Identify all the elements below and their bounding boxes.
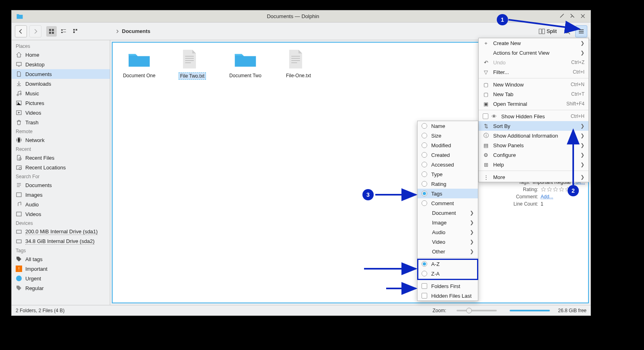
annotation-badge-3: 3 (362, 189, 374, 200)
sidebar-tag-regular[interactable]: Regular (12, 283, 110, 293)
sort-audio[interactable]: Audio❯ (418, 227, 478, 237)
sort-size[interactable]: Size (418, 131, 478, 140)
radio-icon (422, 133, 427, 138)
close-icon[interactable] (580, 13, 586, 20)
sidebar-item-downloads[interactable]: Downloads (12, 79, 110, 89)
radio-icon (422, 181, 427, 187)
search-images-icon (16, 191, 22, 198)
details-view-button[interactable] (70, 26, 81, 37)
radio-icon (422, 142, 427, 148)
panels-icon: ▤ (483, 142, 489, 148)
sort-image[interactable]: Image❯ (418, 218, 478, 227)
breadcrumb[interactable]: Documents (115, 28, 150, 34)
sidebar-item-documents[interactable]: Documents (12, 69, 110, 79)
sidebar-tag-important[interactable]: !Important (12, 264, 110, 274)
sidebar-item-recent-files[interactable]: Recent Files (12, 153, 110, 163)
menu-more[interactable]: ⋮More❯ (479, 172, 588, 182)
file-item[interactable]: Document Two (227, 49, 264, 79)
svg-rect-24 (16, 193, 21, 197)
recent-locations-icon (16, 164, 22, 171)
sidebar-item-recent-locations[interactable]: Recent Locations (12, 163, 110, 172)
sidebar-item-trash[interactable]: Trash (12, 117, 110, 127)
file-item[interactable]: Document One (121, 49, 158, 79)
sort-created[interactable]: Created (418, 150, 478, 160)
menu-open-terminal[interactable]: ▣Open TerminalShift+F4 (479, 99, 588, 109)
sort-document[interactable]: Document❯ (418, 208, 478, 218)
sort-folders-first[interactable]: Folders First (418, 281, 478, 291)
sidebar-item-pictures[interactable]: Pictures (12, 98, 110, 108)
sort-name[interactable]: Name (418, 121, 478, 131)
menu-actions-view[interactable]: Actions for Current View❯ (479, 48, 588, 58)
sidebar-tag-all[interactable]: All tags (12, 254, 110, 264)
file-item[interactable]: File Two.txt (174, 49, 211, 80)
svg-rect-25 (16, 212, 21, 216)
zoom-slider[interactable] (457, 310, 497, 311)
places-sidebar: Places Home Desktop Documents Downloads … (12, 40, 110, 305)
sidebar-device-sda1[interactable]: 200.0 MiB Internal Drive (sda1) (12, 227, 110, 237)
search-audio-icon (16, 201, 22, 208)
sort-other[interactable]: Other❯ (418, 247, 478, 256)
radio-icon (422, 162, 427, 167)
forward-button[interactable] (29, 25, 41, 37)
window-icon: ▢ (483, 81, 489, 88)
sidebar-item-videos[interactable]: Videos (12, 108, 110, 117)
svg-rect-5 (63, 29, 66, 30)
hamburger-menu: +Create New❯ Actions for Current View❯ ↶… (478, 38, 589, 182)
menu-new-tab[interactable]: ▢New TabCtrl+T (479, 89, 588, 99)
menu-new-window[interactable]: ▢New WindowCtrl+N (479, 80, 588, 89)
window-title: Documents — Dolphin (27, 13, 559, 19)
compact-view-button[interactable] (58, 26, 69, 37)
menu-sort-by[interactable]: ⇅Sort By❯ (479, 121, 588, 131)
videos-icon (16, 109, 22, 116)
sort-video[interactable]: Video❯ (418, 237, 478, 247)
documents-icon (16, 71, 22, 77)
tag-icon (16, 256, 22, 262)
menu-show-additional[interactable]: ⓘShow Additional Information❯ (479, 131, 588, 140)
file-item[interactable]: File-One.txt (280, 49, 317, 79)
sidebar-device-sda2[interactable]: 34.8 GiB Internal Drive (sda2) (12, 237, 110, 246)
recent-header: Recent (12, 145, 110, 153)
sidebar-item-music[interactable]: Music (12, 89, 110, 98)
sidebar-search-images[interactable]: Images (12, 190, 110, 200)
sort-rating[interactable]: Rating (418, 179, 478, 189)
svg-rect-10 (73, 31, 75, 33)
sidebar-search-documents[interactable]: Documents (12, 180, 110, 190)
text-file-icon (286, 49, 311, 69)
sidebar-item-home[interactable]: Home (12, 50, 110, 60)
sidebar-search-videos[interactable]: Videos (12, 209, 110, 219)
add-comment-link[interactable]: Add... (541, 194, 553, 200)
sort-tags[interactable]: Tags (418, 189, 478, 198)
sidebar-item-desktop[interactable]: Desktop (12, 60, 110, 69)
maximize-icon[interactable] (570, 13, 576, 20)
text-file-icon (180, 49, 204, 69)
sort-comment[interactable]: Comment (418, 198, 478, 208)
checkbox-icon (483, 113, 488, 119)
checkbox-icon (422, 283, 427, 289)
radio-icon (422, 171, 427, 177)
menu-undo: ↶UndoCtrl+Z (479, 58, 588, 67)
menu-help[interactable]: ⊞Help❯ (479, 160, 588, 169)
sort-hidden-last[interactable]: Hidden Files Last (418, 291, 478, 301)
split-label: Split (547, 28, 557, 34)
svg-rect-7 (63, 32, 66, 32)
menu-create-new[interactable]: +Create New❯ (479, 38, 588, 48)
icons-view-button[interactable] (46, 26, 57, 37)
search-header: Search For (12, 172, 110, 180)
sort-type[interactable]: Type (418, 169, 478, 179)
sidebar-item-network[interactable]: Network (12, 135, 110, 145)
search-button[interactable] (562, 27, 573, 36)
svg-rect-6 (61, 32, 63, 33)
menu-filter[interactable]: ▽Filter...Ctrl+I (479, 67, 588, 77)
menu-configure[interactable]: ⚙Configure❯ (479, 150, 588, 160)
sort-modified[interactable]: Modified (418, 140, 478, 150)
menu-show-hidden[interactable]: 👁Show Hidden FilesCtrl+H (479, 111, 588, 121)
sidebar-search-audio[interactable]: Audio (12, 200, 110, 209)
search-documents-icon (16, 182, 22, 188)
menu-show-panels[interactable]: ▤Show Panels❯ (479, 140, 588, 150)
hamburger-menu-button[interactable] (575, 25, 587, 37)
back-button[interactable] (15, 25, 27, 37)
sort-accessed[interactable]: Accessed (418, 160, 478, 169)
minimize-icon[interactable] (559, 13, 566, 20)
split-button[interactable]: Split (536, 27, 559, 36)
sidebar-tag-urgent[interactable]: Urgent (12, 274, 110, 283)
